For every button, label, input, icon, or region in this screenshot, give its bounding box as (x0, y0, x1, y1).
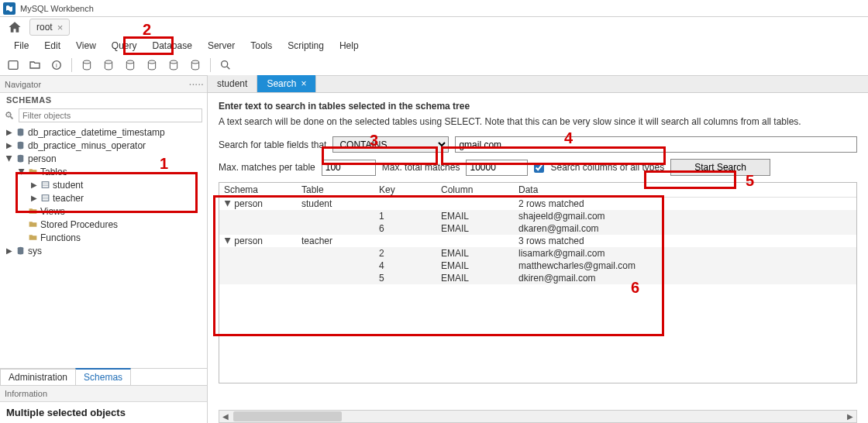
tree-sys[interactable]: ▶sys (0, 244, 207, 257)
app-title: MySQL Workbench (20, 4, 94, 13)
tree-fn[interactable]: ▶Functions (0, 231, 207, 244)
folder-icon (26, 232, 39, 243)
col-data[interactable]: Data (514, 183, 856, 198)
menu-tools[interactable]: Tools (243, 39, 280, 53)
result-row[interactable]: 1EMAILshajeeld@gmail.com (219, 210, 856, 222)
menu-help[interactable]: Help (332, 39, 367, 53)
tree-db-person[interactable]: ▶person (0, 152, 207, 165)
max-per-label: Max. matches per table (219, 162, 315, 173)
database-icon (14, 153, 26, 164)
tree-views[interactable]: ▶Views (0, 205, 207, 218)
filter-input[interactable] (19, 108, 202, 122)
result-group-2[interactable]: ▶ personteacher3 rows matched (219, 235, 856, 247)
menu-edit[interactable]: Edit (36, 39, 68, 53)
col-table[interactable]: Table (297, 183, 374, 198)
result-group-1[interactable]: ▶ personstudent2 rows matched (219, 198, 856, 211)
app-icon (3, 2, 16, 15)
horizontal-scrollbar[interactable]: ◀ ▶ (219, 410, 857, 423)
tree-table-teacher[interactable]: ▶teacher (0, 191, 207, 205)
tab-student[interactable]: student (208, 75, 257, 92)
col-key[interactable]: Key (374, 183, 436, 198)
tree-db1[interactable]: ▶db_practice_datetime_timestamp (0, 126, 207, 139)
search-all-types-checkbox[interactable] (534, 163, 544, 173)
tree-db2[interactable]: ▶db_practice_minus_operator (0, 139, 207, 152)
result-row[interactable]: 2EMAILlisamark@gmail.com (219, 247, 856, 260)
table-icon (39, 193, 51, 204)
connection-tab-label: root (36, 22, 53, 33)
result-row[interactable]: 4EMAILmatthewcharles@gmail.com (219, 260, 856, 272)
inspector-icon[interactable]: i (48, 57, 65, 74)
database-icon (14, 140, 26, 151)
scroll-right-icon[interactable]: ▶ (844, 412, 856, 421)
max-total-input[interactable] (466, 160, 528, 176)
tree-sp[interactable]: ▶Stored Procedures (0, 218, 207, 231)
menu-database[interactable]: Database (145, 39, 200, 53)
menu-file[interactable]: File (6, 39, 36, 53)
search-row-2: Max. matches per table Max. total matche… (219, 159, 857, 176)
scrollbar-thumb[interactable] (233, 411, 342, 421)
menu-scripting[interactable]: Scripting (280, 39, 332, 53)
result-row[interactable]: 5EMAILdkiren@gmail.com (219, 272, 856, 284)
svg-point-4 (105, 60, 112, 64)
information-header: Information (0, 385, 207, 402)
close-icon[interactable]: × (301, 78, 306, 89)
information-text: Multiple selected objects (6, 407, 201, 418)
menu-query[interactable]: Query (104, 39, 145, 53)
tab-search[interactable]: Search× (257, 75, 316, 92)
folder-icon (26, 206, 39, 217)
database-icon (14, 127, 26, 138)
max-per-input[interactable] (322, 160, 376, 176)
schema-tree[interactable]: ▶db_practice_datetime_timestamp ▶db_prac… (0, 124, 207, 368)
open-sql-icon[interactable] (26, 57, 43, 74)
search-icon[interactable] (217, 57, 234, 74)
col-column[interactable]: Column (436, 183, 514, 198)
search-row-1: Search for table fields that CONTAINS (219, 136, 857, 153)
db-icon-4[interactable] (143, 57, 160, 74)
svg-point-7 (170, 60, 177, 64)
result-row[interactable]: 6EMAILdkaren@gmail.com (219, 222, 856, 235)
db-icon-5[interactable] (165, 57, 182, 74)
main-panel: student Search× Enter text to search in … (208, 76, 868, 423)
new-sql-tab-icon[interactable] (5, 57, 22, 74)
menu-server[interactable]: Server (200, 39, 243, 53)
tree-tables[interactable]: ▶Tables (0, 165, 207, 178)
navigator-label: Navigator (5, 80, 41, 89)
results-table[interactable]: Schema Table Key Column Data ▶ personstu… (219, 182, 857, 383)
search-description: A text search will be done on the select… (219, 116, 857, 127)
sidebar-tabs: Administration Schemas (0, 368, 207, 385)
search-icon: 🔍︎ (5, 110, 16, 122)
close-icon[interactable]: × (57, 22, 64, 33)
menu-view[interactable]: View (68, 39, 104, 53)
start-search-button[interactable]: Start Search (670, 159, 770, 176)
information-body: Multiple selected objects (0, 402, 207, 423)
svg-point-3 (83, 60, 90, 64)
content-tabs: student Search× (208, 76, 868, 93)
tree-table-student[interactable]: ▶student (0, 178, 207, 191)
svg-point-9 (222, 60, 228, 67)
svg-text:i: i (56, 61, 57, 68)
home-icon[interactable] (6, 19, 23, 36)
svg-point-6 (148, 60, 155, 64)
table-icon (39, 180, 51, 191)
tab-schemas[interactable]: Schemas (75, 368, 131, 385)
folder-icon (26, 167, 39, 177)
sidebar: Navigator ····· SCHEMAS 🔍︎ ▶db_practice_… (0, 76, 208, 423)
search-field-label: Search for table fields that (219, 139, 326, 150)
connection-tab-root[interactable]: root × (29, 19, 70, 36)
db-icon-2[interactable] (100, 57, 117, 74)
db-icon-1[interactable] (78, 57, 95, 74)
search-pane: Enter text to search in tables selected … (208, 93, 868, 423)
folder-icon (26, 219, 39, 230)
tab-administration[interactable]: Administration (0, 369, 76, 385)
svg-point-8 (191, 60, 198, 64)
search-term-input[interactable] (455, 136, 857, 153)
db-icon-6[interactable] (187, 57, 204, 74)
search-operator-select[interactable]: CONTAINS (332, 136, 449, 153)
menubar: File Edit View Query Database Server Too… (0, 37, 868, 54)
navigator-header: Navigator ····· (0, 76, 207, 93)
col-schema[interactable]: Schema (219, 183, 297, 198)
db-icon-3[interactable] (122, 57, 139, 74)
scroll-left-icon[interactable]: ◀ (219, 412, 232, 421)
svg-point-5 (126, 60, 133, 64)
minimize-icon[interactable]: ····· (189, 77, 204, 90)
